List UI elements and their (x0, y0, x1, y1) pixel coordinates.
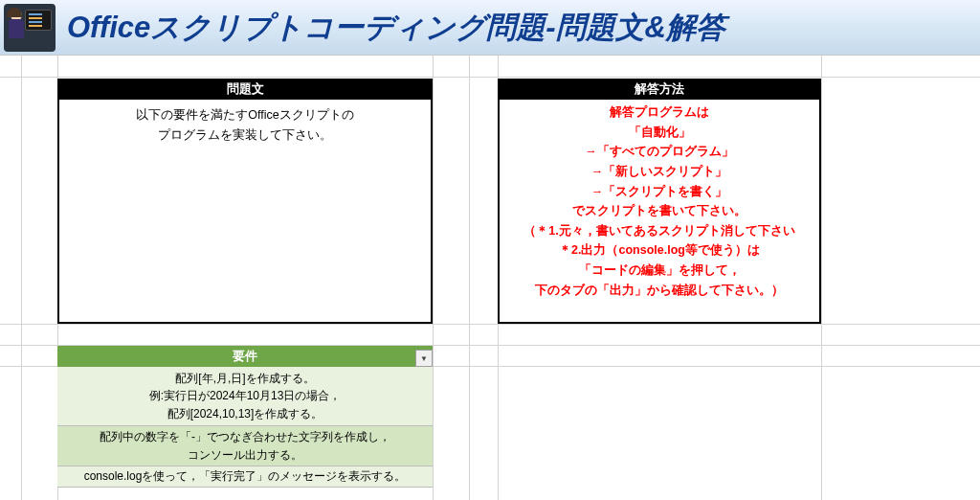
requirement-2-line-b: コンソール出力する。 (188, 446, 302, 465)
coder-icon (4, 4, 56, 52)
page-title: Officeスクリプトコーディング問題-問題文&解答 (67, 8, 725, 48)
title-banner: Officeスクリプトコーディング問題-問題文&解答 (0, 0, 980, 56)
requirement-1-line-b: 例:実行日が2024年10月13日の場合， (149, 387, 342, 405)
problem-border (57, 79, 433, 324)
requirement-3-text: console.logを使って，「実行完了」のメッセージを表示する。 (84, 467, 407, 486)
requirement-1-line-c: 配列[2024,10,13]を作成する。 (167, 405, 323, 423)
requirement-row-3[interactable]: console.logを使って，「実行完了」のメッセージを表示する。 (57, 466, 433, 488)
chevron-down-icon: ▼ (420, 354, 428, 363)
requirement-row-2[interactable]: 配列中の数字を「-」でつなぎ合わせた文字列を作成し， コンソール出力する。 (57, 426, 433, 466)
requirements-header: 要件 (57, 346, 433, 367)
answer-border (498, 79, 821, 324)
requirement-1-line-a: 配列[年,月,日]を作成する。 (175, 370, 314, 388)
requirement-2-line-a: 配列中の数字を「-」でつなぎ合わせた文字列を作成し， (100, 428, 390, 446)
spreadsheet-area[interactable]: 問題文 以下の要件を満たすOfficeスクリプトの プログラムを実装して下さい。… (0, 56, 980, 500)
filter-dropdown-button[interactable]: ▼ (415, 350, 433, 367)
requirements-header-text: 要件 (233, 348, 257, 365)
requirement-row-1[interactable]: 配列[年,月,日]を作成する。 例:実行日が2024年10月13日の場合， 配列… (57, 367, 433, 426)
